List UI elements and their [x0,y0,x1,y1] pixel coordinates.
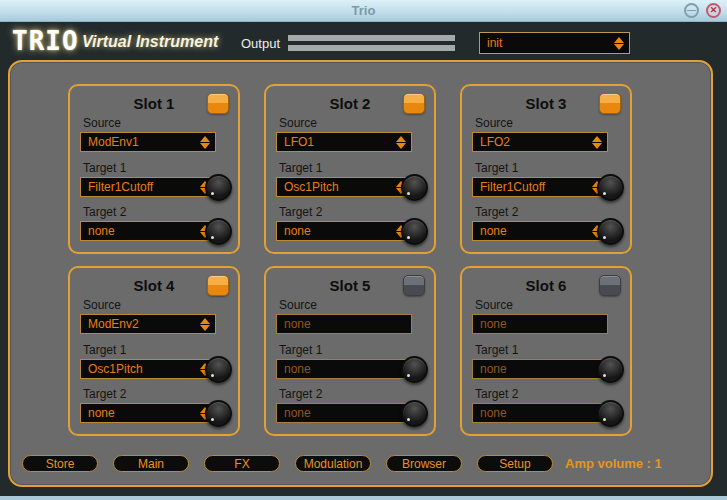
source-dropdown[interactable]: none [276,314,412,334]
target2-amount-knob[interactable] [401,400,428,427]
target2-amount-knob[interactable] [205,218,232,245]
source-value: none [284,317,311,331]
source-label: Source [279,116,317,130]
target1-dropdown[interactable]: Filter1Cutoff [472,177,608,197]
source-label: Source [83,116,121,130]
target2-dropdown[interactable]: none [472,221,608,241]
target1-label: Target 1 [83,161,126,175]
window-bottom-edge [0,496,727,500]
target2-value: none [88,224,115,238]
target2-value: none [284,406,311,420]
target2-value: none [88,406,115,420]
target2-value: none [480,224,507,238]
source-label: Source [475,298,513,312]
target2-label: Target 2 [475,387,518,401]
plugin-header: TRIO Virtual Instrument Output init [0,22,727,60]
slot-panel-5: Slot 5 Source none Target 1 none Target … [264,266,436,436]
target2-label: Target 2 [83,387,126,401]
target1-value: Osc1Pitch [284,180,339,194]
dropdown-arrows-icon [200,318,210,331]
source-value: LFO1 [284,135,314,149]
close-icon[interactable]: ✕ [706,3,721,18]
footer-button-browser[interactable]: Browser [386,455,462,472]
target1-dropdown[interactable]: Osc1Pitch [276,177,412,197]
source-label: Source [279,298,317,312]
trio-logo: TRIO [12,26,79,56]
window-title: Trio [352,3,376,18]
dropdown-arrows-icon [200,136,210,149]
target1-amount-knob[interactable] [401,174,428,201]
target1-amount-knob[interactable] [205,356,232,383]
target2-dropdown[interactable]: none [472,403,608,423]
slot-enable-button[interactable] [207,93,229,114]
target1-amount-knob[interactable] [401,356,428,383]
target1-value: Filter1Cutoff [88,180,153,194]
source-label: Source [475,116,513,130]
target1-label: Target 1 [279,343,322,357]
target2-value: none [480,406,507,420]
target1-label: Target 1 [83,343,126,357]
source-dropdown[interactable]: ModEnv2 [80,314,216,334]
slot-enable-button[interactable] [403,93,425,114]
target1-dropdown[interactable]: none [276,359,412,379]
slot-enable-button[interactable] [599,275,621,296]
target2-dropdown[interactable]: none [276,403,412,423]
footer-button-main[interactable]: Main [113,455,189,472]
target2-amount-knob[interactable] [597,400,624,427]
target2-dropdown[interactable]: none [276,221,412,241]
slot-enable-button[interactable] [207,275,229,296]
output-meter-right [288,45,455,51]
target2-label: Target 2 [475,205,518,219]
footer-button-modulation[interactable]: Modulation [295,455,371,472]
target1-dropdown[interactable]: none [472,359,608,379]
target1-amount-knob[interactable] [597,356,624,383]
output-meter-left [288,35,455,41]
preset-value: init [487,36,502,50]
tagline: Virtual Instrument [82,33,218,51]
slot-panel-1: Slot 1 Source ModEnv1 Target 1 Filter1Cu… [68,84,240,254]
slot-grid: Slot 1 Source ModEnv1 Target 1 Filter1Cu… [68,84,632,436]
source-dropdown[interactable]: LFO2 [472,132,608,152]
target1-value: none [480,362,507,376]
source-label: Source [83,298,121,312]
target2-dropdown[interactable]: none [80,403,216,423]
target2-label: Target 2 [279,205,322,219]
target1-value: Osc1Pitch [88,362,143,376]
target1-dropdown[interactable]: Osc1Pitch [80,359,216,379]
target1-label: Target 1 [279,161,322,175]
slot-panel-6: Slot 6 Source none Target 1 none Target … [460,266,632,436]
target2-label: Target 2 [83,205,126,219]
target1-label: Target 1 [475,161,518,175]
slot-panel-3: Slot 3 Source LFO2 Target 1 Filter1Cutof… [460,84,632,254]
slot-panel-2: Slot 2 Source LFO1 Target 1 Osc1Pitch Ta… [264,84,436,254]
target1-amount-knob[interactable] [205,174,232,201]
target1-value: none [284,362,311,376]
minimize-icon[interactable]: — [684,3,699,18]
footer-button-store[interactable]: Store [22,455,98,472]
source-dropdown[interactable]: LFO1 [276,132,412,152]
footer-button-setup[interactable]: Setup [477,455,553,472]
source-dropdown[interactable]: ModEnv1 [80,132,216,152]
slot-enable-button[interactable] [599,93,621,114]
target1-amount-knob[interactable] [597,174,624,201]
source-value: LFO2 [480,135,510,149]
footer-button-bar: Store Main FX Modulation Browser Setup [22,455,553,472]
dropdown-arrows-icon [592,136,602,149]
source-dropdown[interactable]: none [472,314,608,334]
main-panel: Slot 1 Source ModEnv1 Target 1 Filter1Cu… [8,60,713,487]
dropdown-arrows-icon [614,37,624,50]
slot-enable-button[interactable] [403,275,425,296]
footer-button-fx[interactable]: FX [204,455,280,472]
slot-panel-4: Slot 4 Source ModEnv2 Target 1 Osc1Pitch… [68,266,240,436]
output-meters [288,35,455,55]
titlebar[interactable]: Trio — ✕ [0,0,727,22]
target2-dropdown[interactable]: none [80,221,216,241]
target2-amount-knob[interactable] [205,400,232,427]
target1-dropdown[interactable]: Filter1Cutoff [80,177,216,197]
target2-value: none [284,224,311,238]
target2-label: Target 2 [279,387,322,401]
target2-amount-knob[interactable] [401,218,428,245]
source-value: none [480,317,507,331]
preset-dropdown[interactable]: init [479,32,630,54]
target2-amount-knob[interactable] [597,218,624,245]
